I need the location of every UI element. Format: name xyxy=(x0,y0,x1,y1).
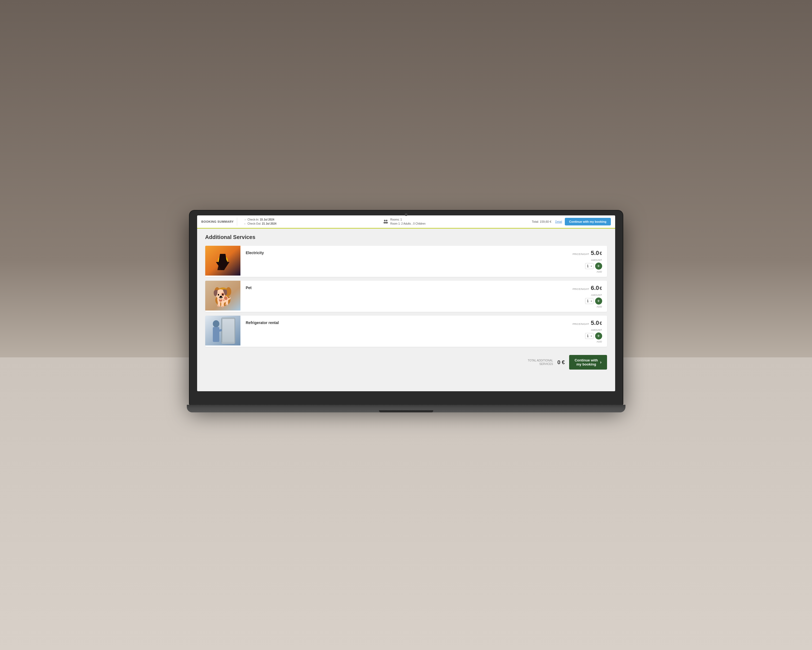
pet-name: Pet xyxy=(246,286,252,290)
pet-amount-controls: 1 2 3 + xyxy=(585,298,602,304)
pet-add-label: ADD xyxy=(597,305,602,308)
refrigerator-price-label: PRICE/NIGHT xyxy=(572,323,589,326)
pet-info: Pet xyxy=(240,281,568,312)
electricity-price-row: PRICE/NIGHT 5.0 € xyxy=(572,249,602,257)
refrigerator-add-button[interactable]: + xyxy=(595,332,602,340)
refrigerator-info: Refrigerator rental xyxy=(240,316,568,347)
refrigerator-amount-select[interactable]: 1 2 3 xyxy=(585,333,594,339)
refrigerator-amount-controls: 1 2 3 + xyxy=(585,332,602,340)
continue-footer-line1: Continue with xyxy=(575,358,598,362)
total-additional-line1: TOTAL ADDITIONAL xyxy=(528,359,553,362)
header-right: Total: 159,60 € Detail Continue with my … xyxy=(532,218,611,225)
total-label: Total: 159,60 € xyxy=(532,220,551,223)
refrigerator-pricing: PRICE/NIGHT 5.0 € AMOUNT 1 xyxy=(568,316,607,347)
check-out-label: Check-Out: xyxy=(247,222,261,226)
svg-rect-21 xyxy=(213,327,219,342)
svg-point-3 xyxy=(385,222,388,223)
total-additional-label: TOTAL ADDITIONAL SERVICES xyxy=(528,359,553,366)
total-additional-value: 0 € xyxy=(557,359,565,366)
refrigerator-image xyxy=(205,316,240,346)
booking-dates: → Check-In: 15 Jul 2024 ← Check-Out: 21 … xyxy=(244,217,276,226)
svg-point-8 xyxy=(217,288,229,298)
pet-amount-select[interactable]: 1 2 3 xyxy=(585,298,594,304)
guests-icon xyxy=(383,219,389,225)
page-title: Additional Services xyxy=(205,234,607,240)
refrigerator-price-row: PRICE/NIGHT 5.0 € xyxy=(572,320,602,326)
electricity-amount-select-wrap: 1 2 3 xyxy=(585,263,594,269)
electricity-price-label: PRICE/NIGHT xyxy=(572,253,589,255)
total-additional-line2: SERVICES xyxy=(539,362,553,366)
pet-currency: € xyxy=(600,286,602,291)
svg-point-20 xyxy=(213,320,219,327)
chevron-right-icon: › xyxy=(600,360,601,365)
svg-point-12 xyxy=(224,291,226,293)
refrigerator-price-value: 5.0 xyxy=(591,320,599,326)
booking-header: BOOKING SUMMARY → Check-In: 15 Jul 2024 … xyxy=(197,216,615,229)
refrigerator-amount-label: AMOUNT xyxy=(591,329,602,331)
header-center: Rooms: 1 Room 1: 2 Adults , 0 Children xyxy=(276,217,532,226)
footer-total: TOTAL ADDITIONAL SERVICES 0 € Continue w… xyxy=(205,350,607,370)
svg-point-5 xyxy=(218,256,228,266)
check-in-label: Check-In: xyxy=(247,217,259,222)
header-divider xyxy=(237,217,237,226)
electricity-price-value: 5.0 xyxy=(591,249,599,257)
electricity-pricing: PRICE/NIGHT 5.0 € AMOUNT 1 xyxy=(568,246,607,277)
pet-price-label: PRICE/NIGHT xyxy=(572,288,589,291)
continue-footer-line2: my booking xyxy=(577,362,596,366)
electricity-currency: € xyxy=(600,251,602,256)
svg-rect-19 xyxy=(234,329,235,335)
svg-rect-4 xyxy=(205,246,240,275)
refrigerator-amount-select-wrap: 1 2 3 xyxy=(585,333,594,339)
check-out-row: ← Check-Out: 21 Jul 2024 xyxy=(244,222,276,226)
room-detail: Room 1: 2 Adults , 0 Children xyxy=(390,222,425,226)
checkin-arrow-icon: → xyxy=(244,217,246,222)
refrigerator-amount-section: AMOUNT 1 2 3 + xyxy=(585,329,602,343)
svg-point-2 xyxy=(386,220,388,221)
laptop-screen-bezel: BOOKING SUMMARY → Check-In: 15 Jul 2024 … xyxy=(189,211,623,405)
svg-rect-6 xyxy=(205,281,240,310)
pet-pricing: PRICE/NIGHT 6.0 € AMOUNT 1 xyxy=(568,281,607,312)
electricity-image xyxy=(205,246,240,275)
laptop-screen: BOOKING SUMMARY → Check-In: 15 Jul 2024 … xyxy=(197,216,615,391)
electricity-add-button[interactable]: + xyxy=(595,263,602,269)
svg-point-9 xyxy=(214,287,220,296)
continue-booking-header-button[interactable]: Continue with my booking xyxy=(565,218,611,225)
guests-info: Rooms: 1 Room 1: 2 Adults , 0 Children xyxy=(390,217,425,226)
svg-point-10 xyxy=(226,287,231,296)
detail-link[interactable]: Detail xyxy=(555,220,562,223)
laptop: BOOKING SUMMARY → Check-In: 15 Jul 2024 … xyxy=(189,211,623,412)
refrigerator-add-label: ADD xyxy=(597,340,602,343)
svg-point-7 xyxy=(215,294,230,306)
electricity-amount-select[interactable]: 1 2 3 xyxy=(585,263,594,269)
refrigerator-currency: € xyxy=(600,321,602,326)
electricity-info: Electricity xyxy=(240,246,568,277)
main-content: Additional Services xyxy=(197,229,615,391)
svg-point-11 xyxy=(220,291,222,293)
refrigerator-name: Refrigerator rental xyxy=(246,321,279,325)
svg-point-13 xyxy=(221,294,225,296)
pet-image xyxy=(205,281,240,310)
check-in-row: → Check-In: 15 Jul 2024 xyxy=(244,217,276,222)
laptop-base xyxy=(187,405,626,412)
check-in-date: 15 Jul 2024 xyxy=(260,217,274,222)
camera xyxy=(405,213,408,216)
continue-booking-footer-button[interactable]: Continue with my booking › xyxy=(569,355,607,370)
continue-footer-text: Continue with my booking xyxy=(575,358,598,366)
checkout-arrow-icon: ← xyxy=(244,222,246,226)
check-out-date: 21 Jul 2024 xyxy=(262,222,276,226)
pet-amount-section: AMOUNT 1 2 3 + xyxy=(585,294,602,308)
svg-point-0 xyxy=(384,220,386,221)
pet-amount-label: AMOUNT xyxy=(591,294,602,297)
svg-point-14 xyxy=(221,295,224,296)
refrigerator-service-card: Refrigerator rental PRICE/NIGHT 5.0 € AM… xyxy=(205,316,607,347)
electricity-add-label: ADD xyxy=(597,271,602,273)
header-left: BOOKING SUMMARY → Check-In: 15 Jul 2024 … xyxy=(201,217,276,226)
pet-add-button[interactable]: + xyxy=(595,298,602,304)
pet-price-row: PRICE/NIGHT 6.0 € xyxy=(572,284,602,292)
pet-service-card: Pet PRICE/NIGHT 6.0 € AMOUNT xyxy=(205,281,607,312)
svg-rect-18 xyxy=(234,320,235,325)
electricity-amount-section: AMOUNT 1 2 3 + xyxy=(585,259,602,273)
electricity-amount-label: AMOUNT xyxy=(591,259,602,262)
electricity-name: Electricity xyxy=(246,251,264,255)
electricity-amount-controls: 1 2 3 + xyxy=(585,263,602,269)
